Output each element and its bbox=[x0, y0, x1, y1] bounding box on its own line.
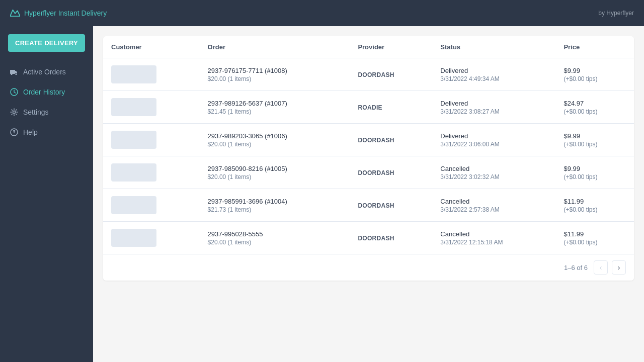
status-date: 3/31/2022 2:57:38 AM bbox=[440, 206, 547, 213]
order-amount: $21.45 (1 items) bbox=[208, 108, 342, 115]
price-tips: (+$0.00 tips) bbox=[564, 75, 626, 82]
customer-cell bbox=[103, 91, 200, 124]
price-main: $9.99 bbox=[564, 67, 626, 74]
status-label: Cancelled bbox=[440, 198, 547, 205]
pagination-next-button[interactable]: › bbox=[612, 260, 626, 275]
sidebar-item-order-history[interactable]: Order History bbox=[0, 82, 93, 102]
sidebar-item-active-orders[interactable]: Active Orders bbox=[0, 62, 93, 82]
order-cell: 2937-985991-3696 (#1004) $21.73 (1 items… bbox=[200, 189, 350, 222]
provider-cell: ROADIE bbox=[350, 91, 432, 124]
status-cell: Delivered 3/31/2022 4:49:34 AM bbox=[432, 58, 555, 91]
price-cell: $24.97 (+$0.00 tips) bbox=[555, 91, 634, 124]
sidebar-label-active-orders: Active Orders bbox=[23, 68, 66, 76]
order-id: 2937-995028-5555 bbox=[208, 230, 342, 238]
price-tips: (+$0.00 tips) bbox=[564, 173, 626, 180]
status-cell: Cancelled 3/31/2022 3:02:32 AM bbox=[432, 156, 555, 189]
price-cell: $11.99 (+$0.00 tips) bbox=[555, 189, 634, 222]
price-cell: $9.99 (+$0.00 tips) bbox=[555, 156, 634, 189]
provider-cell: DOORDASH bbox=[350, 124, 432, 156]
provider-cell: DOORDASH bbox=[350, 156, 432, 189]
customer-avatar bbox=[111, 196, 156, 214]
status-label: Cancelled bbox=[440, 230, 547, 238]
table-row[interactable]: 2937-976175-7711 (#1008) $20.00 (1 items… bbox=[103, 58, 634, 91]
pagination-prev-button[interactable]: ‹ bbox=[594, 260, 608, 275]
customer-cell bbox=[103, 189, 200, 222]
customer-avatar bbox=[111, 163, 156, 182]
price-tips: (+$0.00 tips) bbox=[564, 206, 626, 213]
provider-name: DOORDASH bbox=[358, 235, 394, 242]
sidebar-item-help[interactable]: Help bbox=[0, 122, 93, 142]
status-date: 3/31/2022 3:02:32 AM bbox=[440, 173, 547, 180]
provider-name: DOORDASH bbox=[358, 169, 394, 176]
status-label: Cancelled bbox=[440, 165, 547, 172]
clock-icon bbox=[10, 88, 18, 96]
order-id: 2937-976175-7711 (#1008) bbox=[208, 67, 342, 74]
pagination-info: 1–6 of 6 bbox=[564, 264, 588, 272]
status-label: Delivered bbox=[440, 67, 547, 74]
order-id: 2937-985991-3696 (#1004) bbox=[208, 198, 342, 205]
order-id: 2937-989126-5637 (#1007) bbox=[208, 100, 342, 107]
svg-point-7 bbox=[14, 134, 15, 135]
customer-cell bbox=[103, 222, 200, 254]
price-tips: (+$0.00 tips) bbox=[564, 239, 626, 246]
sidebar-item-settings[interactable]: Settings bbox=[0, 102, 93, 122]
create-delivery-button[interactable]: CREATE DELIVERY bbox=[8, 34, 85, 52]
status-cell: Delivered 3/31/2022 3:08:27 AM bbox=[432, 91, 555, 124]
order-amount: $20.00 (1 items) bbox=[208, 239, 342, 246]
table-row[interactable]: 2937-995028-5555 $20.00 (1 items) DOORDA… bbox=[103, 222, 634, 254]
price-tips: (+$0.00 tips) bbox=[564, 141, 626, 148]
customer-cell bbox=[103, 124, 200, 156]
col-order: Order bbox=[200, 36, 350, 58]
status-cell: Delivered 3/31/2022 3:06:00 AM bbox=[432, 124, 555, 156]
order-cell: 2937-989203-3065 (#1006) $20.00 (1 items… bbox=[200, 124, 350, 156]
provider-name: DOORDASH bbox=[358, 137, 394, 144]
price-cell: $9.99 (+$0.00 tips) bbox=[555, 58, 634, 91]
price-main: $24.97 bbox=[564, 100, 626, 107]
order-amount: $20.00 (1 items) bbox=[208, 173, 342, 180]
app-header: Hyperflyer Instant Delivery by Hyperflye… bbox=[0, 0, 644, 26]
status-date: 3/31/2022 4:49:34 AM bbox=[440, 75, 547, 82]
header-by: by Hyperflyer bbox=[598, 10, 634, 17]
provider-name: ROADIE bbox=[358, 104, 382, 111]
table-row[interactable]: 2937-989203-3065 (#1006) $20.00 (1 items… bbox=[103, 124, 634, 156]
orders-table-card: Customer Order Provider Status Price 293… bbox=[103, 36, 634, 281]
price-tips: (+$0.00 tips) bbox=[564, 108, 626, 115]
customer-cell bbox=[103, 58, 200, 91]
order-id: 2937-985090-8216 (#1005) bbox=[208, 165, 342, 172]
customer-cell bbox=[103, 156, 200, 189]
col-price: Price bbox=[555, 36, 634, 58]
main-content: Customer Order Provider Status Price 293… bbox=[93, 26, 644, 362]
order-cell: 2937-976175-7711 (#1008) $20.00 (1 items… bbox=[200, 58, 350, 91]
provider-cell: DOORDASH bbox=[350, 222, 432, 254]
price-main: $11.99 bbox=[564, 198, 626, 205]
table-row[interactable]: 2937-985991-3696 (#1004) $21.73 (1 items… bbox=[103, 189, 634, 222]
col-status: Status bbox=[432, 36, 555, 58]
order-amount: $21.73 (1 items) bbox=[208, 206, 342, 213]
sidebar: CREATE DELIVERY Active Orders O bbox=[0, 26, 93, 362]
order-cell: 2937-995028-5555 $20.00 (1 items) bbox=[200, 222, 350, 254]
price-cell: $11.99 (+$0.00 tips) bbox=[555, 222, 634, 254]
svg-point-3 bbox=[16, 74, 17, 75]
brand: Hyperflyer Instant Delivery bbox=[10, 9, 107, 17]
status-date: 3/31/2022 12:15:18 AM bbox=[440, 239, 547, 246]
sidebar-label-settings: Settings bbox=[23, 108, 49, 116]
order-id: 2937-989203-3065 (#1006) bbox=[208, 132, 342, 140]
customer-avatar bbox=[111, 229, 156, 247]
gear-icon bbox=[10, 108, 18, 116]
price-cell: $9.99 (+$0.00 tips) bbox=[555, 124, 634, 156]
table-row[interactable]: 2937-985090-8216 (#1005) $20.00 (1 items… bbox=[103, 156, 634, 189]
question-icon bbox=[10, 128, 18, 136]
provider-cell: DOORDASH bbox=[350, 189, 432, 222]
provider-name: DOORDASH bbox=[358, 202, 394, 209]
svg-point-5 bbox=[13, 111, 16, 114]
col-provider: Provider bbox=[350, 36, 432, 58]
price-main: $11.99 bbox=[564, 230, 626, 238]
table-row[interactable]: 2937-989126-5637 (#1007) $21.45 (1 items… bbox=[103, 91, 634, 124]
customer-avatar bbox=[111, 65, 156, 83]
customer-avatar bbox=[111, 131, 156, 149]
status-date: 3/31/2022 3:08:27 AM bbox=[440, 108, 547, 115]
order-cell: 2937-989126-5637 (#1007) $21.45 (1 items… bbox=[200, 91, 350, 124]
customer-avatar bbox=[111, 98, 156, 116]
svg-marker-0 bbox=[10, 10, 20, 17]
pagination: 1–6 of 6 ‹ › bbox=[103, 254, 634, 281]
